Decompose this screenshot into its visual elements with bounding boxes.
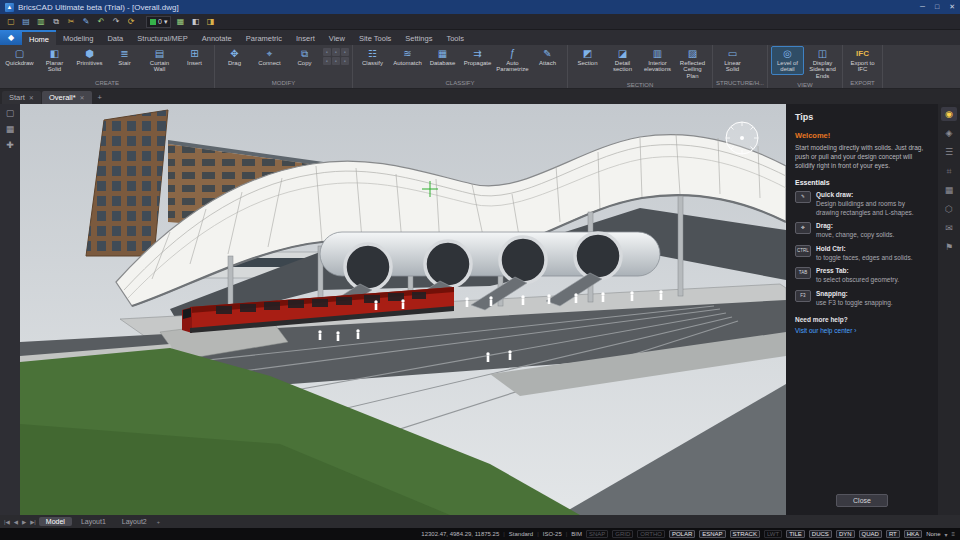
first-layout-icon[interactable]: |◀ <box>3 519 11 525</box>
toggle-grid[interactable]: GRID <box>612 530 633 538</box>
layers-icon[interactable]: ▦ <box>174 16 186 28</box>
primitives-button[interactable]: ⬢Primitives <box>73 46 106 68</box>
modify-mini-buttons[interactable]: ▫▫▫ ▫▫▫ <box>323 46 349 65</box>
toggle-ortho[interactable]: ORTHO <box>637 530 665 538</box>
toggle-snap[interactable]: SNAP <box>586 530 608 538</box>
undo-icon[interactable]: ↶ <box>95 16 107 28</box>
components-panel-icon[interactable]: ⬡ <box>941 202 957 216</box>
doc-tab-start[interactable]: Start ✕ <box>2 91 41 104</box>
workspace-field[interactable]: BIM <box>571 531 582 537</box>
attachments-panel-icon[interactable]: ⚑ <box>941 240 957 254</box>
status-menu-icon[interactable]: ≡ <box>951 531 955 537</box>
close-icon[interactable]: ✕ <box>29 94 34 101</box>
layout-tab-layout2[interactable]: Layout2 <box>115 517 154 526</box>
tab-annotate[interactable]: Annotate <box>195 30 239 45</box>
classify-button[interactable]: ☷Classify <box>356 46 389 68</box>
last-layout-icon[interactable]: ▶| <box>29 519 37 525</box>
toggle-ducs[interactable]: DUCS <box>809 530 832 538</box>
close-button[interactable]: ✕ <box>949 3 955 11</box>
copy-button[interactable]: ⧉Copy <box>288 46 321 68</box>
layer-dropdown[interactable]: 0 ▾ <box>146 16 171 28</box>
minimize-button[interactable]: ─ <box>920 3 925 11</box>
structure-panel-icon[interactable]: ☰ <box>941 145 957 159</box>
redo-icon[interactable]: ↷ <box>110 16 122 28</box>
add-panel-icon[interactable]: ✚ <box>6 140 14 150</box>
doc-tab-overall[interactable]: Overall* ✕ <box>42 91 92 104</box>
new-icon[interactable]: ▢ <box>5 16 17 28</box>
properties-icon[interactable]: ◧ <box>189 16 201 28</box>
toggle-dyn[interactable]: DYN <box>836 530 855 538</box>
toggle-rt[interactable]: RT <box>886 530 900 538</box>
add-layout-button[interactable]: + <box>156 519 161 525</box>
toggle-polar[interactable]: POLAR <box>669 530 695 538</box>
level-of-detail-button[interactable]: ◎Level of detail <box>771 46 804 75</box>
display-sides-ends-button[interactable]: ◫Display Sides and Ends <box>806 46 839 81</box>
tips-close-button[interactable]: Close <box>836 494 888 507</box>
close-icon[interactable]: ✕ <box>80 94 85 101</box>
tips-panel-icon[interactable]: ◉ <box>941 107 957 121</box>
curtain-wall-button[interactable]: ▤Curtain Wall <box>143 46 176 75</box>
interior-elevations-button[interactable]: ▥Interior elevations <box>641 46 674 75</box>
detail-section-button[interactable]: ◪Detail section <box>606 46 639 75</box>
tab-site-tools[interactable]: Site Tools <box>352 30 398 45</box>
auto-parametrize-button[interactable]: ƒAuto Parametrize <box>496 46 529 75</box>
tab-tools[interactable]: Tools <box>439 30 471 45</box>
propagate-button[interactable]: ⇉Propagate <box>461 46 494 68</box>
export-to-ifc-button[interactable]: IFCExport to IFC <box>846 46 879 75</box>
chevron-down-icon[interactable]: ▾ <box>944 531 947 538</box>
regen-icon[interactable]: ⟳ <box>125 16 137 28</box>
tab-view[interactable]: View <box>322 30 352 45</box>
dim-style[interactable]: ISO-25 <box>543 531 562 537</box>
open-icon[interactable]: ▤ <box>20 16 32 28</box>
next-layout-icon[interactable]: ▶ <box>21 519 27 525</box>
attach-button[interactable]: ✎Attach <box>531 46 564 68</box>
linear-solid-button[interactable]: ▭Linear Solid <box>716 46 749 75</box>
layout-tab-model[interactable]: Model <box>39 517 72 526</box>
toggle-lwt[interactable]: LWT <box>764 530 782 538</box>
drag-button[interactable]: ✥Drag <box>218 46 251 68</box>
render-materials-icon[interactable]: ◈ <box>941 126 957 140</box>
properties-panel-icon[interactable]: ⌗ <box>941 164 957 178</box>
help-center-link[interactable]: Visit our help center › <box>795 327 929 336</box>
prev-layout-icon[interactable]: ◀ <box>13 519 19 525</box>
selection-mode[interactable]: None <box>926 531 940 537</box>
report-panel-icon[interactable]: ✉ <box>941 221 957 235</box>
toggle-hka[interactable]: HKA <box>904 530 922 538</box>
edit-icon[interactable]: ✎ <box>80 16 92 28</box>
toggle-tile[interactable]: TILE <box>786 530 805 538</box>
layers-panel-icon[interactable]: ▦ <box>941 183 957 197</box>
connect-button[interactable]: ⌖Connect <box>253 46 286 68</box>
settings-icon[interactable]: ◨ <box>204 16 216 28</box>
layout-tab-layout1[interactable]: Layout1 <box>74 517 113 526</box>
reflected-ceiling-plan-button[interactable]: ▨Reflected Ceiling Plan <box>676 46 709 81</box>
ribbon-group-view: ◎Level of detail ◫Display Sides and Ends… <box>768 45 843 88</box>
copy-icon[interactable]: ⧉ <box>50 16 62 28</box>
toggle-quad[interactable]: QUAD <box>859 530 882 538</box>
section-button[interactable]: ◩Section <box>571 46 604 68</box>
tab-home[interactable]: Home <box>22 30 56 45</box>
toggle-strack[interactable]: STRACK <box>730 530 760 538</box>
stair-button[interactable]: ≣Stair <box>108 46 141 68</box>
database-button[interactable]: ▦Database <box>426 46 459 68</box>
tab-data[interactable]: Data <box>100 30 130 45</box>
automatch-button[interactable]: ≋Automatch <box>391 46 424 68</box>
tab-insert[interactable]: Insert <box>289 30 322 45</box>
current-style[interactable]: Standard <box>509 531 533 537</box>
tab-settings[interactable]: Settings <box>398 30 439 45</box>
workspace-icon[interactable]: ▢ <box>6 108 15 118</box>
insert-button[interactable]: ⊞Insert <box>178 46 211 68</box>
maximize-button[interactable]: □ <box>935 3 939 11</box>
layers-panel-icon[interactable]: ▦ <box>6 124 15 134</box>
navigation-compass[interactable] <box>726 122 758 154</box>
cut-icon[interactable]: ✂ <box>65 16 77 28</box>
tab-parametric[interactable]: Parametric <box>239 30 289 45</box>
new-document-button[interactable]: + <box>93 91 107 104</box>
quickdraw-button[interactable]: ▢Quickdraw <box>3 46 36 68</box>
planar-solid-button[interactable]: ◧Planar Solid <box>38 46 71 75</box>
save-icon[interactable]: ▥ <box>35 16 47 28</box>
tab-modeling[interactable]: Modeling <box>56 30 100 45</box>
toggle-esnap[interactable]: ESNAP <box>699 530 725 538</box>
model-viewport[interactable] <box>20 104 786 515</box>
bricscad-menu-button[interactable]: ◆ <box>0 30 22 45</box>
tab-structural-mep[interactable]: Structural/MEP <box>130 30 194 45</box>
